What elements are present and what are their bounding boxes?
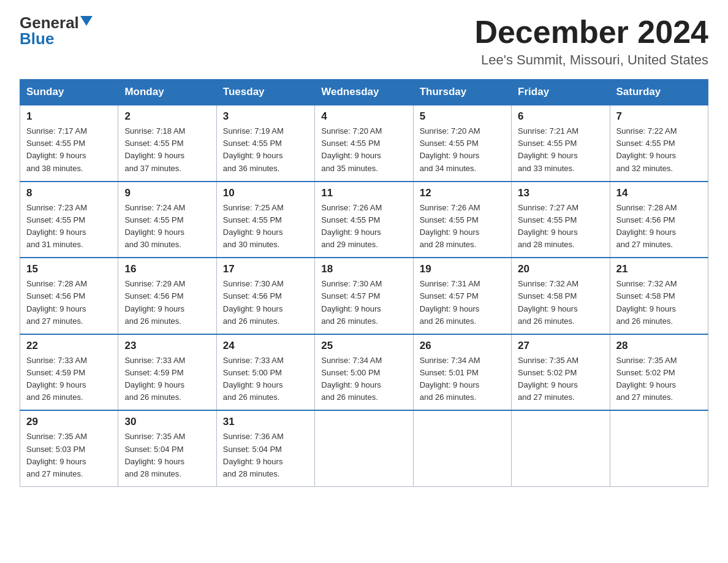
table-row: 8Sunrise: 7:23 AMSunset: 4:55 PMDaylight… — [20, 182, 118, 258]
day-info: Sunrise: 7:19 AMSunset: 4:55 PMDaylight:… — [223, 125, 308, 175]
table-row: 27Sunrise: 7:35 AMSunset: 5:02 PMDayligh… — [512, 334, 610, 411]
day-number: 1 — [26, 110, 112, 123]
table-row: 12Sunrise: 7:26 AMSunset: 4:55 PMDayligh… — [413, 182, 511, 258]
table-row: 2Sunrise: 7:18 AMSunset: 4:55 PMDaylight… — [118, 105, 216, 182]
table-row — [512, 410, 610, 486]
day-number: 2 — [124, 110, 210, 123]
table-row: 30Sunrise: 7:35 AMSunset: 5:04 PMDayligh… — [118, 410, 216, 486]
day-info: Sunrise: 7:34 AMSunset: 5:01 PMDaylight:… — [420, 354, 505, 404]
day-info: Sunrise: 7:30 AMSunset: 4:56 PMDaylight:… — [223, 278, 308, 327]
col-thursday: Thursday — [413, 80, 511, 105]
day-number: 30 — [124, 416, 210, 428]
col-friday: Friday — [512, 80, 610, 105]
day-number: 6 — [518, 110, 603, 123]
calendar-week-row: 29Sunrise: 7:35 AMSunset: 5:03 PMDayligh… — [20, 410, 708, 486]
col-monday: Monday — [118, 80, 216, 105]
day-number: 25 — [321, 340, 406, 352]
day-info: Sunrise: 7:26 AMSunset: 4:55 PMDaylight:… — [321, 202, 406, 251]
calendar-week-row: 22Sunrise: 7:33 AMSunset: 4:59 PMDayligh… — [20, 334, 708, 411]
table-row: 28Sunrise: 7:35 AMSunset: 5:02 PMDayligh… — [610, 334, 708, 411]
day-number: 10 — [223, 187, 308, 199]
title-area: December 2024 Lee's Summit, Missouri, Un… — [474, 15, 708, 68]
day-number: 18 — [321, 263, 406, 275]
day-number: 22 — [26, 340, 112, 352]
table-row: 7Sunrise: 7:22 AMSunset: 4:55 PMDaylight… — [610, 105, 708, 182]
month-title: December 2024 — [474, 15, 708, 50]
table-row: 22Sunrise: 7:33 AMSunset: 4:59 PMDayligh… — [20, 334, 118, 411]
table-row — [315, 410, 413, 486]
calendar-week-row: 8Sunrise: 7:23 AMSunset: 4:55 PMDaylight… — [20, 182, 708, 258]
day-info: Sunrise: 7:35 AMSunset: 5:02 PMDaylight:… — [616, 354, 702, 404]
day-info: Sunrise: 7:35 AMSunset: 5:02 PMDaylight:… — [518, 354, 603, 404]
day-info: Sunrise: 7:33 AMSunset: 5:00 PMDaylight:… — [223, 354, 308, 404]
day-number: 15 — [26, 263, 112, 275]
location-title: Lee's Summit, Missouri, United States — [474, 52, 708, 68]
day-info: Sunrise: 7:21 AMSunset: 4:55 PMDaylight:… — [518, 125, 603, 175]
day-number: 11 — [321, 187, 406, 199]
table-row: 9Sunrise: 7:24 AMSunset: 4:55 PMDaylight… — [118, 182, 216, 258]
day-number: 4 — [321, 110, 406, 123]
day-info: Sunrise: 7:20 AMSunset: 4:55 PMDaylight:… — [420, 125, 505, 175]
day-number: 5 — [420, 110, 505, 123]
day-info: Sunrise: 7:29 AMSunset: 4:56 PMDaylight:… — [124, 278, 210, 327]
day-number: 23 — [124, 340, 210, 352]
day-info: Sunrise: 7:23 AMSunset: 4:55 PMDaylight:… — [26, 202, 112, 251]
day-number: 14 — [616, 187, 702, 199]
day-number: 20 — [518, 263, 603, 275]
day-number: 26 — [420, 340, 505, 352]
table-row: 20Sunrise: 7:32 AMSunset: 4:58 PMDayligh… — [512, 258, 610, 334]
day-number: 3 — [223, 110, 308, 123]
table-row: 14Sunrise: 7:28 AMSunset: 4:56 PMDayligh… — [610, 182, 708, 258]
table-row: 31Sunrise: 7:36 AMSunset: 5:04 PMDayligh… — [216, 410, 314, 486]
table-row: 1Sunrise: 7:17 AMSunset: 4:55 PMDaylight… — [20, 105, 118, 182]
calendar-week-row: 15Sunrise: 7:28 AMSunset: 4:56 PMDayligh… — [20, 258, 708, 334]
table-row: 29Sunrise: 7:35 AMSunset: 5:03 PMDayligh… — [20, 410, 118, 486]
table-row: 24Sunrise: 7:33 AMSunset: 5:00 PMDayligh… — [216, 334, 314, 411]
calendar-header-row: Sunday Monday Tuesday Wednesday Thursday… — [20, 80, 708, 105]
day-info: Sunrise: 7:33 AMSunset: 4:59 PMDaylight:… — [124, 354, 210, 404]
day-number: 24 — [223, 340, 308, 352]
table-row: 11Sunrise: 7:26 AMSunset: 4:55 PMDayligh… — [315, 182, 413, 258]
logo: General Blue — [20, 15, 93, 47]
col-saturday: Saturday — [610, 80, 708, 105]
day-info: Sunrise: 7:18 AMSunset: 4:55 PMDaylight:… — [124, 125, 210, 175]
calendar: Sunday Monday Tuesday Wednesday Thursday… — [20, 79, 708, 487]
day-number: 31 — [223, 416, 308, 428]
table-row: 13Sunrise: 7:27 AMSunset: 4:55 PMDayligh… — [512, 182, 610, 258]
table-row: 18Sunrise: 7:30 AMSunset: 4:57 PMDayligh… — [315, 258, 413, 334]
day-number: 29 — [26, 416, 112, 428]
day-number: 19 — [420, 263, 505, 275]
day-info: Sunrise: 7:17 AMSunset: 4:55 PMDaylight:… — [26, 125, 112, 175]
table-row: 16Sunrise: 7:29 AMSunset: 4:56 PMDayligh… — [118, 258, 216, 334]
table-row: 26Sunrise: 7:34 AMSunset: 5:01 PMDayligh… — [413, 334, 511, 411]
calendar-week-row: 1Sunrise: 7:17 AMSunset: 4:55 PMDaylight… — [20, 105, 708, 182]
table-row: 4Sunrise: 7:20 AMSunset: 4:55 PMDaylight… — [315, 105, 413, 182]
day-info: Sunrise: 7:28 AMSunset: 4:56 PMDaylight:… — [616, 202, 702, 251]
table-row: 15Sunrise: 7:28 AMSunset: 4:56 PMDayligh… — [20, 258, 118, 334]
table-row — [610, 410, 708, 486]
table-row: 19Sunrise: 7:31 AMSunset: 4:57 PMDayligh… — [413, 258, 511, 334]
day-info: Sunrise: 7:32 AMSunset: 4:58 PMDaylight:… — [616, 278, 702, 327]
day-info: Sunrise: 7:31 AMSunset: 4:57 PMDaylight:… — [420, 278, 505, 327]
day-number: 7 — [616, 110, 702, 123]
logo-triangle-icon — [80, 16, 93, 26]
table-row — [413, 410, 511, 486]
day-info: Sunrise: 7:34 AMSunset: 5:00 PMDaylight:… — [321, 354, 406, 404]
logo-general: General — [20, 15, 79, 31]
table-row: 17Sunrise: 7:30 AMSunset: 4:56 PMDayligh… — [216, 258, 314, 334]
table-row: 5Sunrise: 7:20 AMSunset: 4:55 PMDaylight… — [413, 105, 511, 182]
day-info: Sunrise: 7:28 AMSunset: 4:56 PMDaylight:… — [26, 278, 112, 327]
col-sunday: Sunday — [20, 80, 118, 105]
day-info: Sunrise: 7:32 AMSunset: 4:58 PMDaylight:… — [518, 278, 603, 327]
day-number: 9 — [124, 187, 210, 199]
day-info: Sunrise: 7:30 AMSunset: 4:57 PMDaylight:… — [321, 278, 406, 327]
header: General Blue December 2024 Lee's Summit,… — [20, 15, 708, 68]
day-number: 13 — [518, 187, 603, 199]
day-number: 17 — [223, 263, 308, 275]
col-tuesday: Tuesday — [216, 80, 314, 105]
day-info: Sunrise: 7:36 AMSunset: 5:04 PMDaylight:… — [223, 431, 308, 480]
table-row: 21Sunrise: 7:32 AMSunset: 4:58 PMDayligh… — [610, 258, 708, 334]
day-number: 27 — [518, 340, 603, 352]
table-row: 23Sunrise: 7:33 AMSunset: 4:59 PMDayligh… — [118, 334, 216, 411]
day-info: Sunrise: 7:25 AMSunset: 4:55 PMDaylight:… — [223, 202, 308, 251]
